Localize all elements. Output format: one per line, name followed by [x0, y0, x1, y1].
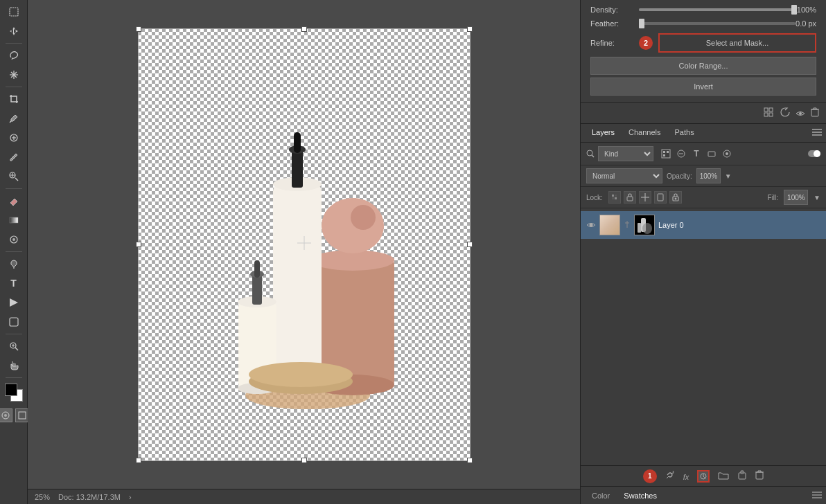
lock-transparent-icon[interactable] — [608, 191, 621, 204]
tab-paths[interactable]: Paths — [668, 124, 701, 142]
opacity-arrow[interactable]: ▼ — [725, 172, 732, 180]
layers-menu-icon[interactable] — [812, 128, 822, 138]
tool-healing[interactable] — [5, 129, 23, 147]
lock-image-icon[interactable] — [624, 191, 636, 204]
svg-rect-78 — [658, 194, 663, 201]
refine-label: Refine: — [590, 39, 639, 47]
canvas-wrapper[interactable] — [28, 0, 580, 489]
tool-zoom[interactable] — [5, 337, 23, 355]
tool-separator-6 — [6, 377, 22, 378]
fill-label: Fill: — [768, 194, 779, 201]
filter-adjustment-icon[interactable] — [675, 147, 687, 160]
panel-trash-icon[interactable] — [811, 107, 819, 119]
svg-rect-71 — [612, 195, 614, 197]
svg-rect-66 — [663, 154, 665, 156]
svg-line-19 — [15, 348, 18, 350]
filter-shape-icon[interactable] — [705, 147, 718, 160]
lock-artboard-icon[interactable] — [654, 191, 667, 204]
layer-item-0[interactable]: Layer 0 — [581, 211, 826, 239]
svg-rect-41 — [252, 274, 262, 305]
tool-pen[interactable] — [5, 255, 23, 273]
layers-folder-icon[interactable] — [718, 471, 729, 482]
svg-point-86 — [642, 223, 652, 234]
filter-icons: T — [660, 147, 733, 160]
filter-type-icon[interactable]: T — [690, 147, 703, 160]
layer-link-icon[interactable] — [624, 220, 631, 230]
panel-eye-icon[interactable] — [796, 108, 805, 119]
refine-badge: 2 — [639, 36, 653, 50]
canvas-container — [138, 28, 471, 461]
kind-filter-select[interactable]: Kind — [598, 146, 653, 161]
doc-info: Doc: 13.2M/17.3M — [58, 493, 121, 501]
tab-color[interactable]: Color — [585, 489, 617, 503]
tab-swatches[interactable]: Swatches — [617, 489, 664, 503]
svg-rect-73 — [612, 197, 614, 199]
bottom-tab-menu[interactable] — [812, 491, 822, 501]
tab-channels[interactable]: Channels — [622, 124, 667, 142]
svg-rect-65 — [667, 151, 669, 153]
panel-refresh-icon[interactable] — [780, 107, 790, 119]
screen-mode-btn[interactable] — [15, 408, 29, 422]
svg-rect-0 — [10, 8, 18, 16]
product-image — [193, 129, 415, 426]
filter-smart-icon[interactable] — [721, 147, 733, 160]
zoom-level: 25% — [35, 493, 50, 501]
invert-button[interactable]: Invert — [590, 78, 816, 96]
feather-slider[interactable] — [639, 22, 796, 25]
tool-brush[interactable] — [5, 148, 23, 166]
layers-link-icon[interactable] — [665, 470, 675, 482]
feather-slider-container[interactable] — [639, 22, 796, 25]
layer-name: Layer 0 — [658, 221, 820, 229]
svg-rect-64 — [663, 151, 665, 153]
color-range-button[interactable]: Color Range... — [590, 57, 816, 75]
svg-point-61 — [587, 150, 592, 156]
status-arrow[interactable]: › — [129, 493, 132, 501]
layer-visibility-icon[interactable] — [586, 220, 596, 231]
feather-value: 0.0 px — [796, 19, 816, 28]
layers-tabs: Layers Channels Paths — [581, 124, 826, 143]
tool-text[interactable]: T — [5, 274, 23, 292]
panel-grid-icon[interactable] — [764, 107, 775, 119]
bottom-tabs: Color Swatches — [581, 486, 826, 504]
filter-toggle[interactable] — [808, 150, 820, 157]
tool-hand[interactable] — [5, 357, 23, 375]
tool-clone[interactable] — [5, 168, 23, 186]
svg-rect-50 — [764, 113, 768, 116]
tool-eraser[interactable] — [5, 192, 23, 210]
select-mask-button[interactable]: Select and Mask... — [658, 33, 816, 53]
tool-move[interactable] — [5, 22, 23, 40]
quick-mask-btn[interactable] — [0, 408, 12, 422]
layers-delete-icon[interactable] — [755, 470, 764, 482]
layers-new-icon[interactable] — [737, 470, 747, 482]
tool-blur[interactable] — [5, 231, 23, 249]
svg-point-15 — [12, 238, 15, 241]
tool-shape[interactable] — [5, 313, 23, 331]
svg-line-62 — [592, 155, 594, 157]
color-box[interactable] — [5, 384, 23, 402]
layers-fx-icon[interactable]: fx — [683, 471, 689, 482]
tool-magic-wand[interactable] — [5, 66, 23, 84]
feather-label: Feather: — [590, 19, 639, 28]
tool-eyedropper[interactable] — [5, 109, 23, 127]
layers-adjustment-icon[interactable] — [697, 470, 710, 483]
lock-position-icon[interactable] — [639, 191, 651, 204]
status-bar: 25% Doc: 13.2M/17.3M › — [28, 489, 580, 504]
tool-gradient[interactable] — [5, 211, 23, 229]
blend-mode-select[interactable]: Normal — [586, 168, 662, 183]
svg-rect-24 — [19, 412, 26, 419]
tool-crop[interactable] — [5, 90, 23, 108]
fill-arrow[interactable]: ▼ — [814, 194, 820, 201]
tool-selection[interactable] — [5, 3, 23, 21]
density-slider[interactable] — [639, 8, 797, 11]
opacity-value[interactable]: 100% — [696, 168, 721, 183]
lock-label: Lock: — [586, 194, 603, 201]
tool-lasso[interactable] — [5, 46, 23, 64]
density-slider-container[interactable] — [639, 8, 797, 11]
tab-layers[interactable]: Layers — [585, 124, 622, 142]
fill-value[interactable]: 100% — [784, 190, 808, 205]
refine-row: Refine: 2 Select and Mask... — [590, 33, 816, 53]
lock-all-icon[interactable] — [669, 191, 682, 204]
tool-path-selection[interactable] — [5, 294, 23, 312]
svg-rect-35 — [292, 150, 303, 188]
filter-pixel-icon[interactable] — [660, 147, 672, 160]
